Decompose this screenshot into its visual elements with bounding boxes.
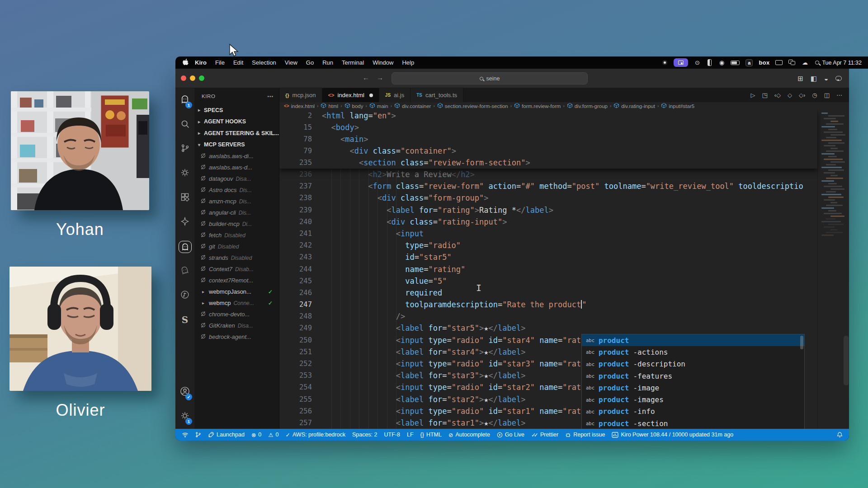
code-editor[interactable]: 236 <h2>Write a Review</h2>237 <form cla… [279,110,849,429]
record-dot-icon[interactable] [661,59,668,67]
close-window-button[interactable] [181,75,186,81]
sidebar-more-actions[interactable]: ••• [267,94,274,99]
activity-extensions[interactable] [175,186,194,210]
activity-s-extension[interactable]: S [175,308,194,332]
sidebar-section-specs[interactable]: ▸SPECS [194,104,279,116]
line-number[interactable]: 235 [279,157,312,169]
amazon-icon[interactable]: a [745,59,753,67]
suggestion-product-features[interactable]: abcproduct-features [582,370,804,382]
indentation[interactable]: Spaces: 2 [352,432,377,438]
tab-ai-js[interactable]: JSai.js [379,88,410,102]
line-number[interactable]: 249 [279,322,312,334]
kiro-power[interactable]: Kiro Power 108.44 / 10000 updated 31m ag… [612,432,733,438]
launchpad-button[interactable]: Launchpad [208,432,245,438]
stage-manager-icon[interactable] [788,59,796,67]
remote-icon[interactable] [182,432,189,438]
code-line-245[interactable]: 245 value="5" [279,275,849,287]
mcp-server-item[interactable]: bedrock-agent... [194,331,279,343]
tab-cart-tools-ts[interactable]: TScart_tools.ts [410,88,463,102]
code-line-237[interactable]: 237 <form class="review-form" action="#"… [279,180,849,192]
activity-kiro-logo[interactable]: 1 [175,88,194,113]
code-line-15[interactable]: 15 <body> [279,122,817,133]
code-line-2[interactable]: 2<html lang="en"> [279,110,817,122]
code-line-78[interactable]: 78 <main> [279,133,817,145]
mcp-server-item[interactable]: Context7Disab... [194,263,279,275]
change-button[interactable]: ◇ [788,92,792,99]
menu-file[interactable]: File [215,59,225,66]
report-issue-button[interactable]: Report issue [565,432,605,438]
line-number[interactable]: 244 [279,263,312,275]
aws-profile[interactable]: ✓AWS: profile:bedrock [285,432,345,438]
menu-bar-clock[interactable]: Tue Apr 7 11:32 [822,60,862,66]
line-number[interactable]: 246 [279,287,312,299]
line-number[interactable]: 253 [279,370,312,381]
autocomplete-toggle[interactable]: ⊘Autocomplete [448,432,490,438]
line-number[interactable]: 2 [279,110,312,122]
previous-change-button[interactable]: ‹◇ [774,92,781,99]
mcp-server-item[interactable]: amzn-mcpDis... [194,196,279,207]
code-line-240[interactable]: 240 <div class="rating-input"> [279,216,849,228]
suggestion-product-images[interactable]: abcproduct-images [582,394,804,405]
more-actions-button[interactable]: ⋯ [836,92,842,99]
menu-selection[interactable]: Selection [252,59,276,66]
screen-mirroring-icon[interactable] [674,59,688,67]
menu-run[interactable]: Run [322,59,333,66]
timeline-button[interactable]: ◷ [812,92,817,99]
activity-settings[interactable]: 1 [175,404,194,429]
line-number[interactable]: 245 [279,275,312,287]
menu-view[interactable]: View [285,59,297,66]
breadcrumb-item-input-star5[interactable]: input#star5 [661,103,694,109]
line-number[interactable]: 256 [279,405,312,417]
line-number[interactable]: 78 [279,133,312,145]
command-center-search[interactable]: seine [392,72,588,84]
eol[interactable]: LF [407,432,414,438]
menu-help[interactable]: Help [402,59,414,66]
encoding[interactable]: UTF-8 [384,432,400,438]
activity-account[interactable]: ✓ [175,380,194,404]
toggle-sidebar-icon[interactable]: ◧ [811,75,817,83]
line-number[interactable]: 251 [279,346,312,358]
customize-layout-icon[interactable]: ⊞ [797,75,803,83]
mcp-server-item[interactable]: chrome-devto... [194,309,279,320]
mcp-server-item[interactable]: ▸webmcpConne...✓ [194,297,279,309]
mcp-server-item[interactable]: awslabs.aws-d... [194,162,279,173]
notifications-bell[interactable] [837,432,843,438]
warnings-count[interactable]: ⚠0 [268,432,278,438]
breadcrumb-item-div-rating-input[interactable]: div.rating-input [613,103,655,109]
minimize-window-button[interactable] [190,75,195,81]
code-line-235[interactable]: 235 <section class="review-form-section"… [279,157,817,169]
activity-agent-settings[interactable] [175,161,194,186]
sidebar-section-agent-steering-skil-[interactable]: ▸AGENT STEERING & SKIL... [194,127,279,139]
mcp-server-item[interactable]: awslabs.aws-di... [194,150,279,162]
breadcrumb-item-form-review-form[interactable]: form.review-form [514,103,561,109]
code-line-246[interactable]: 246 required [279,287,849,299]
mcp-server-item[interactable]: GitKrakenDisa... [194,320,279,331]
breadcrumb-item-body[interactable]: body [344,103,363,109]
mcp-server-item[interactable]: context7Remot... [194,275,279,286]
mcp-server-item[interactable]: strandsDisabled [194,252,279,263]
mcp-server-item[interactable]: datagouvDisa... [194,173,279,184]
suggestion-product-image[interactable]: abcproduct-image [582,382,804,394]
code-line-239[interactable]: 239 <label for="rating">Rating *</label> [279,204,849,216]
tab-mcp-json[interactable]: {}mcp.json [279,88,322,102]
menu-edit[interactable]: Edit [233,59,243,66]
mcp-server-item[interactable]: fetchDisabled [194,230,279,241]
display-icon[interactable] [775,59,783,67]
mcp-server-item[interactable]: angular-cliDis... [194,207,279,218]
activity-media-notes[interactable] [175,283,194,308]
creative-cloud-icon[interactable]: ◉ [718,59,725,67]
go-live-button[interactable]: Go Live [497,432,524,438]
open-preview-button[interactable]: ◳ [762,92,767,99]
activity-search[interactable] [175,113,194,137]
shortcuts-icon[interactable]: ⊙ [694,59,700,67]
activity-kiro-chat[interactable] [175,235,194,259]
menu-window[interactable]: Window [373,59,393,66]
code-line-247[interactable]: 247 toolparamdescription="Rate the produ… [279,299,849,310]
next-change-button[interactable]: ◇› [799,92,805,99]
code-line-243[interactable]: 243 id="star5" [279,251,849,263]
line-number[interactable]: 15 [279,122,312,133]
breadcrumb-item-div-form-group[interactable]: div.form-group [567,103,608,109]
code-line-236[interactable]: 236 <h2>Write a Review</h2> [279,169,849,180]
battery-icon[interactable] [731,59,740,67]
mcp-server-item[interactable]: ▸webmcpJason...✓ [194,286,279,297]
